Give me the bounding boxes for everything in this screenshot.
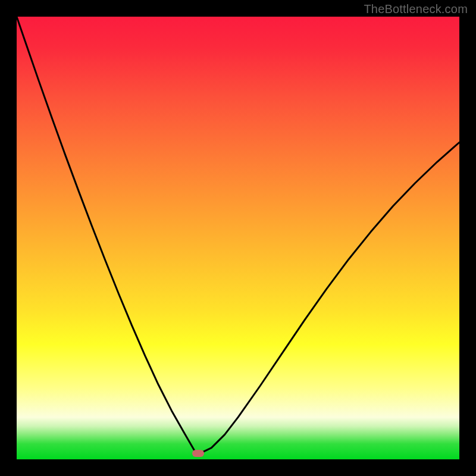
watermark-text: TheBottleneck.com bbox=[364, 2, 468, 16]
gradient-background bbox=[17, 17, 459, 459]
plot-svg bbox=[17, 17, 459, 459]
chart-container: TheBottleneck.com bbox=[0, 0, 476, 476]
plot-area bbox=[17, 17, 459, 459]
optimum-marker bbox=[192, 450, 204, 457]
